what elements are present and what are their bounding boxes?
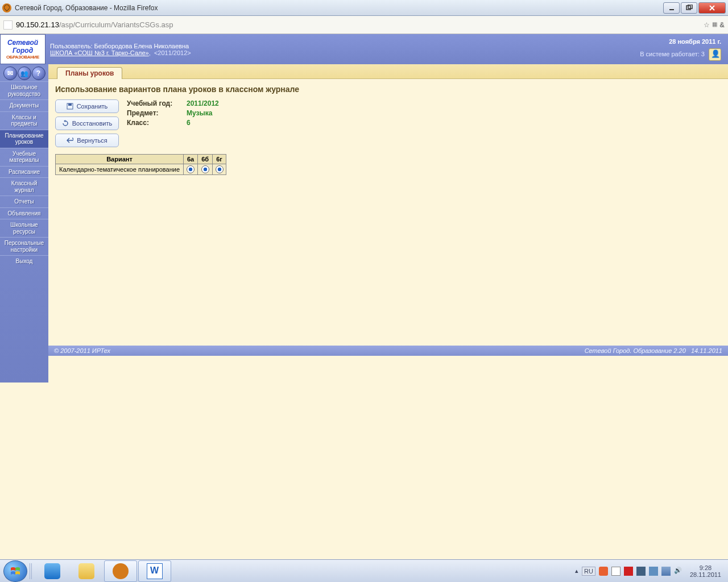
col-6g: 6г: [213, 155, 226, 164]
favicon-icon: [3, 20, 13, 30]
help-icon[interactable]: ?: [32, 66, 46, 80]
tray-show-hidden-icon[interactable]: ▴: [575, 567, 578, 575]
sidebar-item-9[interactable]: Школьные ресурсы: [0, 219, 48, 237]
sidebar-item-2[interactable]: Классы и предметы: [0, 111, 48, 130]
url-path: /asp/Curriculum/VariantsCSGs.asp: [59, 20, 173, 29]
online-users: В системе работает: 3: [640, 48, 721, 61]
sidebar-item-7[interactable]: Отчеты: [0, 196, 48, 207]
variant-name: Календарно-тематическое планирование: [56, 164, 184, 175]
app-footer: © 2007-2011 ИРТех Сетевой Город. Образов…: [48, 346, 728, 356]
task-explorer[interactable]: [70, 560, 103, 582]
subject-label: Предмет:: [127, 109, 187, 117]
sidebar: ✉ 👥 ? Школьное руководствоДокументыКласс…: [0, 64, 48, 383]
language-indicator[interactable]: RU: [582, 567, 595, 576]
app-logo: Сетевой Город ОБРАЗОВАНИЕ: [0, 34, 46, 64]
school-link[interactable]: ШКОЛА «СОШ №3 г. Тарко-Сале»: [50, 49, 149, 56]
sidebar-item-5[interactable]: Расписание: [0, 166, 48, 178]
class-label: Класс:: [127, 119, 187, 127]
user-label: Пользователь: Безбородова Елена Николаев…: [50, 43, 640, 49]
url-host: 90.150.21.13: [16, 20, 59, 29]
tray-antivirus-icon[interactable]: [624, 567, 633, 576]
svg-rect-6: [68, 103, 72, 106]
subject-value: Музыка: [187, 109, 212, 117]
window-title: Сетевой Город. Образование - Mozilla Fir…: [15, 4, 663, 12]
header-date: 28 ноября 2011 г.: [640, 38, 721, 45]
tray-volume-icon[interactable]: 🔊: [674, 567, 683, 576]
tray-action-center-icon[interactable]: [611, 567, 621, 576]
feed-icon[interactable]: ▦: [712, 21, 717, 29]
task-ie[interactable]: [36, 560, 69, 582]
save-icon: [67, 103, 73, 110]
back-arrow-icon: [67, 137, 73, 144]
save-button[interactable]: Сохранить: [55, 99, 119, 113]
sidebar-item-6[interactable]: Классный журнал: [0, 177, 48, 196]
year-value: 2011/2012: [187, 99, 219, 107]
info-panel: Учебный год:2011/2012 Предмет:Музыка Кла…: [127, 99, 219, 128]
col-6a: 6а: [184, 155, 198, 164]
class-value: 6: [187, 119, 191, 127]
sidebar-item-0[interactable]: Школьное руководство: [0, 81, 48, 99]
sidebar-item-11[interactable]: Выход: [0, 255, 48, 267]
restore-button[interactable]: Восстановить: [55, 117, 119, 130]
tray-app2-icon[interactable]: [649, 567, 658, 576]
taskbar: ▴ RU 🔊 9:28 28.11.2011: [0, 559, 728, 582]
sidebar-item-3[interactable]: Планирование уроков: [0, 130, 48, 148]
app-header: Сетевой Город ОБРАЗОВАНИЕ Пользователь: …: [0, 34, 728, 64]
close-button[interactable]: [698, 2, 726, 14]
radio-6b[interactable]: [201, 165, 209, 173]
svg-point-7: [10, 566, 21, 577]
school-label: ШКОЛА «СОШ №3 г. Тарко-Сале», <2011/2012…: [50, 49, 640, 56]
year-label: Учебный год:: [127, 99, 187, 107]
system-tray: ▴ RU 🔊 9:28 28.11.2011: [575, 564, 725, 578]
users-icon[interactable]: [709, 48, 721, 61]
sidebar-item-1[interactable]: Документы: [0, 99, 48, 111]
variant-table: Вариант 6а 6б 6г Календарно-тематическое…: [55, 154, 226, 175]
footer-copyright: © 2007-2011 ИРТех: [54, 347, 110, 354]
table-row: Календарно-тематическое планирование: [56, 164, 226, 175]
taskbar-separator: [30, 563, 33, 579]
url-text: 90.150.21.13/asp/Curriculum/VariantsCSGs…: [16, 20, 700, 29]
mail-icon[interactable]: ✉: [3, 66, 17, 80]
tab-lesson-plans[interactable]: Планы уроков: [57, 67, 122, 79]
refresh-icon: [62, 120, 69, 127]
col-variant: Вариант: [56, 155, 184, 164]
sidebar-item-4[interactable]: Учебные материалы: [0, 148, 48, 166]
tray-java-icon[interactable]: [599, 567, 608, 576]
radio-6a[interactable]: [187, 165, 195, 173]
bookmark-star-icon[interactable]: ☆: [704, 21, 710, 29]
content-area: Использование вариантов плана уроков в к…: [48, 79, 728, 181]
tab-row: Планы уроков: [0, 64, 728, 79]
tray-app1-icon[interactable]: [636, 567, 646, 576]
radio-6g[interactable]: [216, 165, 224, 173]
sidebar-item-10[interactable]: Персональные настройки: [0, 237, 48, 255]
users-round-icon[interactable]: 👥: [18, 66, 31, 80]
tray-clock[interactable]: 9:28 28.11.2011: [686, 564, 725, 578]
footer-date: 14.11.2011: [691, 347, 722, 354]
minimize-button[interactable]: [663, 2, 680, 14]
maximize-button[interactable]: [681, 2, 697, 14]
task-word[interactable]: [138, 560, 171, 582]
page-title: Использование вариантов плана уроков в к…: [55, 85, 721, 94]
sidebar-item-8[interactable]: Объявления: [0, 207, 48, 219]
ampersand-icon[interactable]: &: [719, 21, 725, 29]
tray-network-icon[interactable]: [661, 567, 671, 576]
window-titlebar: Сетевой Город. Образование - Mozilla Fir…: [0, 0, 728, 16]
col-6b: 6б: [198, 155, 213, 164]
start-button[interactable]: [3, 560, 27, 582]
back-button[interactable]: Вернуться: [55, 134, 119, 147]
firefox-icon: [2, 3, 11, 13]
url-bar[interactable]: 90.150.21.13/asp/Curriculum/VariantsCSGs…: [0, 16, 728, 34]
footer-product: Сетевой Город. Образование 2.20: [585, 347, 686, 354]
task-firefox[interactable]: [104, 560, 137, 582]
